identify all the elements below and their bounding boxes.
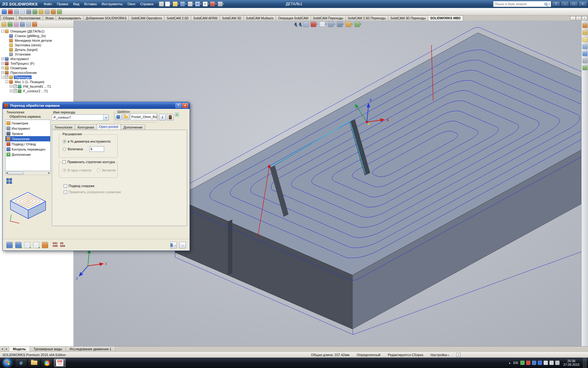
dialog-close-button[interactable]: × [182, 103, 188, 108]
chrome-icon[interactable] [41, 358, 53, 367]
toolbar-button[interactable] [2, 9, 7, 14]
command-tab[interactable]: SolidCAM Переходы [311, 15, 346, 21]
help-button[interactable]: ? [552, 1, 560, 6]
view-tool-button[interactable] [299, 23, 301, 26]
tree-item[interactable]: + F_contour2 ...T1 [0, 89, 74, 93]
operation-page-item[interactable]: Геометрия [6, 121, 50, 126]
internet-explorer-icon[interactable]: e [15, 358, 27, 367]
dialog-tab[interactable]: Дополнение [121, 125, 145, 130]
template-status-button[interactable] [175, 113, 179, 117]
toolbar-button[interactable] [180, 2, 187, 6]
expander-icon[interactable] [6, 39, 8, 42]
expander-icon[interactable]: + [10, 90, 13, 92]
zigzag-radio[interactable] [97, 169, 100, 172]
menu-item[interactable]: Файл [41, 1, 55, 7]
view-tool-button[interactable] [328, 21, 335, 27]
solidworks-taskbar-icon[interactable]: SW 2015 [54, 358, 66, 367]
dialog-tab[interactable]: Контурная [75, 125, 96, 130]
view-tool-button[interactable] [354, 21, 361, 27]
search-caret-icon[interactable]: ▾ [548, 3, 550, 6]
command-tab[interactable]: SolidCAM 3D [220, 15, 244, 21]
toolbar-button[interactable] [159, 2, 164, 6]
network-tray-icon[interactable] [549, 361, 554, 365]
copy-with-geometry-icon[interactable] [33, 242, 39, 248]
toolbar-button[interactable] [51, 9, 56, 14]
menu-item[interactable]: Вставка [82, 1, 99, 7]
command-tab[interactable]: SolidCAM Operations [129, 15, 164, 21]
expander-icon[interactable] [6, 34, 8, 37]
model-tab[interactable]: Исследование движения 1 [66, 347, 115, 351]
forum-icon[interactable] [582, 65, 587, 70]
scroll-right-icon[interactable]: ▶ [48, 172, 50, 174]
featuremanager-tab-icon[interactable] [2, 22, 6, 27]
toolbar-button[interactable]: A [8, 9, 13, 14]
command-tab[interactable]: Сборка [1, 15, 17, 21]
command-tab[interactable]: SolidCAM Multiaxis [243, 15, 276, 21]
file-explorer-icon[interactable] [582, 37, 587, 42]
model-tab[interactable]: Трехмерные виды [30, 347, 66, 351]
tree-checkbox[interactable] [13, 89, 17, 93]
command-tab[interactable]: SolidCAM AFRM [191, 15, 220, 21]
value-radio[interactable] [63, 148, 66, 151]
copy-operation-icon[interactable] [24, 242, 30, 248]
dialog-title-bar[interactable]: Переход обработки кармана ? × [3, 102, 190, 109]
scrollbar-thumb[interactable] [8, 172, 24, 174]
search-input[interactable] [495, 2, 543, 6]
menu-item[interactable]: Окно [125, 1, 138, 7]
model-tab[interactable]: Модель [9, 347, 30, 351]
toolbar-button[interactable] [188, 2, 194, 6]
sync-tray-icon[interactable] [532, 361, 536, 365]
propertymanager-tab-icon[interactable] [8, 22, 13, 27]
expander-icon[interactable]: + [10, 85, 13, 88]
view-tool-button[interactable] [346, 21, 353, 27]
expander-icon[interactable]: - [1, 30, 4, 33]
toolbar-button[interactable] [39, 9, 43, 14]
operation-page-item[interactable]: Уровни [6, 131, 50, 136]
combo-caret-icon[interactable]: ▾ [103, 115, 108, 120]
solidcam-manager-tab-icon[interactable] [32, 22, 37, 27]
toolbar-button[interactable] [165, 2, 172, 6]
dialog-help-button[interactable]: ? [175, 103, 181, 108]
tab-scroll-left-icon[interactable]: ◀ [0, 347, 5, 351]
expander-icon[interactable]: - [6, 80, 8, 83]
operation-page-item[interactable]: Контроль перемещен [6, 147, 50, 152]
bluetooth-tray-icon[interactable] [538, 361, 542, 365]
template-name-box[interactable]: Pocket_10mm_Bull.tr [130, 113, 157, 120]
toolbar-button[interactable] [45, 9, 50, 14]
close-button[interactable]: × [579, 1, 587, 6]
command-tab[interactable]: SolidCAM 2.5D [164, 15, 191, 21]
expander-icon[interactable]: + [1, 71, 4, 74]
load-template-button[interactable] [123, 113, 129, 120]
command-tab[interactable]: Расположение [16, 15, 43, 21]
tree-item[interactable]: + Геометрии [0, 66, 74, 70]
display-manager-tab-icon[interactable] [26, 22, 31, 27]
toolbar-button[interactable]: ↶ [195, 2, 202, 6]
tree-checkbox[interactable] [13, 85, 17, 88]
command-tab[interactable]: SolidCAM 2.5D Переходы [345, 15, 388, 21]
tree-item[interactable]: Деталь (target) [0, 47, 74, 52]
doc-restore-button[interactable]: □ [576, 16, 581, 20]
menu-item[interactable]: Справка [138, 1, 156, 7]
toolbar-button[interactable] [218, 2, 224, 6]
taskbar-clock[interactable]: 20:36 27.09.2015 [563, 359, 579, 366]
dialog-tab[interactable]: Open pocket [96, 124, 121, 130]
operation-page-item[interactable]: + Дополнение [6, 152, 50, 157]
view-tool-button[interactable] [294, 23, 297, 26]
tree-item[interactable]: - Операция (ДЕТАЛЬ1) [0, 29, 74, 33]
expansion-value-input[interactable] [89, 146, 104, 152]
expander-icon[interactable]: + [1, 62, 4, 65]
operation-page-item[interactable]: Подвод / Отвод [6, 141, 50, 147]
tree-item[interactable]: + ТехПроцесс (F) [0, 61, 74, 66]
expander-icon[interactable] [6, 44, 8, 46]
update-tray-icon[interactable] [520, 361, 525, 365]
toolbar-button[interactable] [14, 9, 19, 14]
view-tool-button[interactable] [319, 21, 326, 27]
contour-strategy-checkbox[interactable] [62, 160, 66, 164]
dimxpert-tab-icon[interactable] [20, 22, 25, 27]
toolbar-button[interactable]: ↖ [203, 2, 209, 6]
expander-icon[interactable]: - [1, 76, 4, 79]
tree-item[interactable]: - Мас 1 (1- Позиция) [0, 79, 74, 84]
view-tool-button[interactable] [337, 21, 344, 27]
doc-close-button[interactable]: × [582, 16, 587, 20]
language-indicator[interactable]: EN [513, 361, 518, 365]
